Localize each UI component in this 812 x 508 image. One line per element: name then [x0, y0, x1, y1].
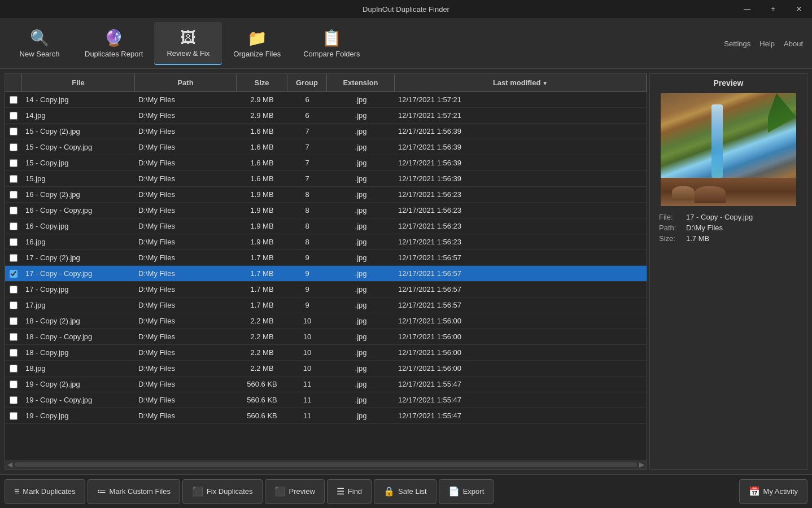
cell-check[interactable]: [5, 171, 22, 186]
compare-folders-button[interactable]: 📋 Compare Folders: [292, 22, 371, 65]
table-row[interactable]: 16 - Copy - Copy.jpg D:\My Files 1.9 MB …: [5, 203, 647, 218]
cell-extension: .jpg: [327, 250, 395, 265]
table-row[interactable]: 18 - Copy - Copy.jpg D:\My Files 2.2 MB …: [5, 329, 647, 345]
row-checkbox[interactable]: [10, 365, 18, 373]
col-path[interactable]: Path: [135, 74, 237, 91]
cell-check[interactable]: [5, 218, 22, 234]
row-checkbox[interactable]: [10, 396, 18, 404]
table-row[interactable]: 15 - Copy - Copy.jpg D:\My Files 1.6 MB …: [5, 139, 647, 155]
cell-check[interactable]: [5, 250, 22, 265]
row-checkbox[interactable]: [10, 143, 18, 151]
cell-check[interactable]: [5, 124, 22, 139]
horizontal-scrollbar[interactable]: ◀ ▶: [5, 460, 647, 469]
compare-folders-label: Compare Folders: [303, 50, 360, 58]
table-row[interactable]: 15 - Copy.jpg D:\My Files 1.6 MB 7 .jpg …: [5, 155, 647, 171]
row-checkbox[interactable]: [10, 112, 18, 120]
minimize-button[interactable]: —: [734, 0, 760, 18]
cell-check[interactable]: [5, 139, 22, 155]
row-checkbox[interactable]: [10, 317, 18, 325]
cell-last-modified: 12/17/2021 1:56:00: [395, 313, 647, 329]
table-row[interactable]: 16 - Copy.jpg D:\My Files 1.9 MB 8 .jpg …: [5, 218, 647, 234]
cell-check[interactable]: [5, 392, 22, 408]
new-search-label: New Search: [20, 50, 60, 58]
col-group[interactable]: Group: [287, 74, 327, 91]
mark-custom-files-button[interactable]: ≔ Mark Custom Files: [88, 479, 180, 504]
close-button[interactable]: ✕: [786, 0, 812, 18]
row-checkbox[interactable]: [10, 254, 18, 262]
cell-check[interactable]: [5, 408, 22, 423]
cell-check[interactable]: [5, 313, 22, 329]
about-link[interactable]: About: [784, 39, 803, 47]
settings-link[interactable]: Settings: [724, 39, 750, 47]
find-button[interactable]: ☰ Find: [327, 479, 372, 504]
col-extension[interactable]: Extension: [327, 74, 395, 91]
cell-check[interactable]: [5, 108, 22, 123]
table-row[interactable]: 18.jpg D:\My Files 2.2 MB 10 .jpg 12/17/…: [5, 361, 647, 376]
row-checkbox[interactable]: [10, 175, 18, 183]
table-body[interactable]: 14 - Copy.jpg D:\My Files 2.9 MB 6 .jpg …: [5, 92, 647, 460]
table-row[interactable]: 15 - Copy (2).jpg D:\My Files 1.6 MB 7 .…: [5, 124, 647, 139]
cell-check[interactable]: [5, 155, 22, 170]
cell-path: D:\My Files: [135, 345, 237, 360]
review-fix-label: Review & Fix: [167, 49, 209, 58]
row-checkbox[interactable]: [10, 380, 18, 388]
cell-check[interactable]: [5, 329, 22, 344]
fix-duplicates-button[interactable]: ⬛ Fix Duplicates: [182, 479, 263, 504]
export-button[interactable]: 📄 Export: [439, 479, 494, 504]
help-link[interactable]: Help: [759, 39, 775, 47]
row-checkbox[interactable]: [10, 270, 18, 278]
cell-check[interactable]: [5, 92, 22, 107]
safe-list-button[interactable]: 🔒 Safe List: [374, 479, 436, 504]
maximize-button[interactable]: +: [760, 0, 786, 18]
row-checkbox[interactable]: [10, 207, 18, 214]
col-last-modified[interactable]: Last modified: [395, 74, 647, 91]
table-row[interactable]: 17 - Copy (2).jpg D:\My Files 1.7 MB 9 .…: [5, 250, 647, 266]
cell-check[interactable]: [5, 297, 22, 313]
table-row[interactable]: 14 - Copy.jpg D:\My Files 2.9 MB 6 .jpg …: [5, 92, 647, 108]
cell-group: 11: [287, 392, 327, 408]
table-row[interactable]: 18 - Copy.jpg D:\My Files 2.2 MB 10 .jpg…: [5, 345, 647, 361]
row-checkbox[interactable]: [10, 222, 18, 230]
row-checkbox[interactable]: [10, 333, 18, 341]
cell-check[interactable]: [5, 345, 22, 360]
cell-check[interactable]: [5, 234, 22, 249]
cell-check[interactable]: [5, 376, 22, 392]
row-checkbox[interactable]: [10, 159, 18, 167]
cell-check[interactable]: [5, 266, 22, 281]
row-checkbox[interactable]: [10, 349, 18, 357]
cell-check[interactable]: [5, 361, 22, 376]
new-search-button[interactable]: 🔍 New Search: [6, 22, 73, 65]
col-file[interactable]: File: [22, 74, 135, 91]
table-row[interactable]: 17.jpg D:\My Files 1.7 MB 9 .jpg 12/17/2…: [5, 297, 647, 313]
col-size[interactable]: Size: [237, 74, 287, 91]
table-row[interactable]: 16.jpg D:\My Files 1.9 MB 8 .jpg 12/17/2…: [5, 234, 647, 250]
cell-group: 8: [287, 187, 327, 202]
my-activity-button[interactable]: 📅 My Activity: [739, 479, 807, 504]
cell-check[interactable]: [5, 282, 22, 297]
row-checkbox[interactable]: [10, 96, 18, 104]
row-checkbox[interactable]: [10, 412, 18, 420]
table-row[interactable]: 14.jpg D:\My Files 2.9 MB 6 .jpg 12/17/2…: [5, 108, 647, 124]
row-checkbox[interactable]: [10, 286, 18, 294]
cell-check[interactable]: [5, 203, 22, 218]
table-row[interactable]: 19 - Copy (2).jpg D:\My Files 560.6 KB 1…: [5, 376, 647, 392]
table-row[interactable]: 19 - Copy.jpg D:\My Files 560.6 KB 11 .j…: [5, 408, 647, 424]
mark-duplicates-button[interactable]: ≡ Mark Duplicates: [5, 479, 85, 504]
duplicates-report-button[interactable]: 🔮 Duplicates Report: [73, 22, 154, 65]
table-row[interactable]: 18 - Copy (2).jpg D:\My Files 2.2 MB 10 …: [5, 313, 647, 329]
row-checkbox[interactable]: [10, 301, 18, 309]
row-checkbox[interactable]: [10, 128, 18, 135]
organize-files-button[interactable]: 📁 Organize Files: [222, 22, 292, 65]
table-row[interactable]: 15.jpg D:\My Files 1.6 MB 7 .jpg 12/17/2…: [5, 171, 647, 187]
row-checkbox[interactable]: [10, 238, 18, 246]
table-row[interactable]: 17 - Copy - Copy.jpg D:\My Files 1.7 MB …: [5, 266, 647, 282]
table-row[interactable]: 16 - Copy (2).jpg D:\My Files 1.9 MB 8 .…: [5, 187, 647, 203]
cell-group: 9: [287, 266, 327, 281]
preview-button[interactable]: ⬛ Preview: [265, 479, 325, 504]
path-value: D:\My Files: [686, 224, 798, 232]
row-checkbox[interactable]: [10, 191, 18, 199]
cell-check[interactable]: [5, 187, 22, 202]
table-row[interactable]: 19 - Copy - Copy.jpg D:\My Files 560.6 K…: [5, 392, 647, 408]
review-fix-button[interactable]: 🖼 Review & Fix: [154, 22, 222, 65]
table-row[interactable]: 17 - Copy.jpg D:\My Files 1.7 MB 9 .jpg …: [5, 282, 647, 297]
